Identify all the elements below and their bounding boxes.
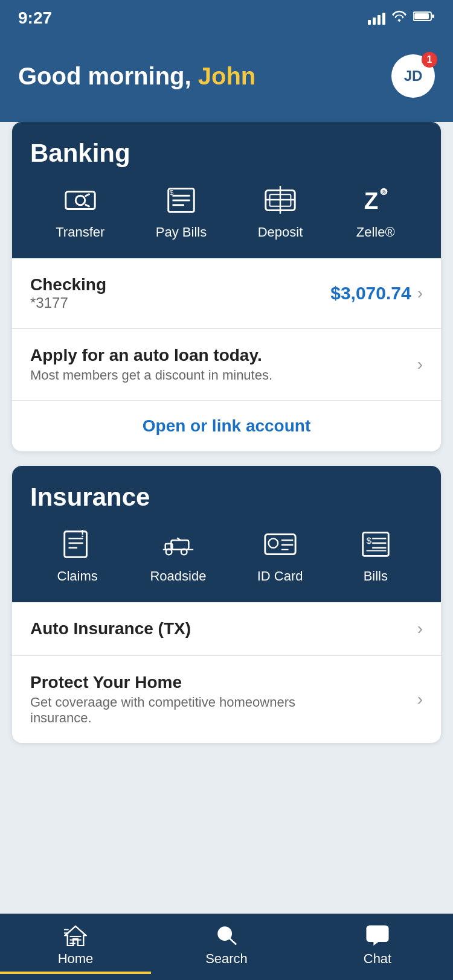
svg-text:Z: Z (364, 188, 378, 214)
insurance-actions: ! Claims (30, 526, 423, 584)
svg-point-4 (76, 196, 85, 205)
banking-title: Banking (30, 139, 423, 168)
account-number: *3177 (30, 294, 106, 311)
account-name: Checking (30, 275, 106, 294)
pay-bills-icon: $ (159, 182, 203, 218)
nav-chat[interactable]: Chat (302, 923, 453, 974)
svg-rect-22 (171, 540, 188, 549)
auto-insurance-name: Auto Insurance (TX) (30, 619, 191, 638)
chat-nav-icon (364, 923, 391, 947)
svg-line-45 (230, 938, 236, 944)
zelle-icon: Z ® (354, 182, 397, 218)
nav-search[interactable]: Search (151, 923, 302, 974)
promo-subtitle: Most members get a discount in minutes. (30, 368, 272, 383)
account-chevron: › (417, 284, 423, 303)
battery-icon (413, 10, 435, 26)
main-content: Banking Transfer (0, 122, 453, 836)
svg-rect-46 (367, 926, 388, 941)
roadside-icon (156, 526, 200, 562)
home-promo-chevron: › (417, 690, 423, 709)
svg-rect-1 (414, 13, 429, 19)
bottom-nav: Home Search Chat (0, 914, 453, 980)
zelle-action[interactable]: Z ® Zelle® (354, 182, 397, 240)
banking-card: Banking Transfer (12, 122, 441, 451)
notification-badge: 1 (422, 52, 437, 68)
transfer-icon (59, 182, 102, 218)
bills-action[interactable]: $ Bills (354, 526, 397, 584)
auto-insurance-row[interactable]: Auto Insurance (TX) › (12, 602, 441, 656)
nav-chat-label: Chat (364, 951, 391, 967)
status-time: 9:27 (18, 8, 52, 28)
zelle-label: Zelle® (356, 224, 395, 240)
deposit-label: Deposit (258, 224, 303, 240)
nav-home-label: Home (58, 951, 94, 967)
pay-bills-action[interactable]: $ Pay Bills (156, 182, 207, 240)
svg-text:!: ! (81, 529, 85, 539)
roadside-action[interactable]: Roadside (150, 526, 206, 584)
auto-insurance-chevron: › (417, 619, 423, 638)
bills-icon: $ (354, 526, 397, 562)
transfer-label: Transfer (56, 224, 104, 240)
id-card-icon (259, 526, 302, 562)
insurance-title: Insurance (30, 483, 423, 512)
svg-rect-3 (66, 192, 95, 209)
greeting: Good morning, John (18, 63, 255, 90)
link-account-text[interactable]: Open or link account (143, 416, 310, 435)
signal-icon (368, 11, 385, 25)
nav-search-label: Search (205, 951, 248, 967)
svg-rect-2 (432, 14, 434, 18)
insurance-card: Insurance ! Claims (12, 466, 441, 743)
status-icons (368, 10, 435, 27)
banking-header: Banking Transfer (12, 122, 441, 258)
home-promo-subtitle: Get coveraage with competitive homeowner… (30, 695, 302, 726)
status-bar: 9:27 (0, 0, 453, 36)
transfer-action[interactable]: Transfer (56, 182, 104, 240)
claims-icon: ! (56, 526, 99, 562)
header: Good morning, John JD 1 (0, 36, 453, 122)
svg-point-29 (268, 538, 277, 547)
greeting-prefix: Good morning, (18, 63, 198, 89)
svg-text:®: ® (381, 189, 385, 196)
claims-action[interactable]: ! Claims (56, 526, 99, 584)
banking-actions: Transfer $ Pay Bills (30, 182, 423, 240)
deposit-icon (259, 182, 302, 218)
promo-title: Apply for an auto loan today. (30, 346, 272, 365)
roadside-label: Roadside (150, 568, 206, 584)
checking-account-row[interactable]: Checking *3177 $3,070.74 › (12, 258, 441, 329)
bills-label: Bills (364, 568, 388, 584)
home-promo-title: Protect Your Home (30, 673, 302, 692)
open-link-account-row[interactable]: Open or link account (12, 401, 441, 451)
greeting-name: John (198, 63, 256, 89)
id-card-label: ID Card (257, 568, 303, 584)
promo-chevron: › (417, 355, 423, 374)
svg-text:$: $ (170, 188, 174, 196)
wifi-icon (391, 10, 407, 27)
home-nav-icon (62, 923, 89, 947)
avatar-container[interactable]: JD 1 (391, 54, 435, 98)
claims-label: Claims (57, 568, 98, 584)
bottom-nav-wrapper: Home Search Chat (0, 962, 453, 980)
auto-loan-promo[interactable]: Apply for an auto loan today. Most membe… (12, 329, 441, 401)
svg-point-44 (219, 928, 231, 940)
nav-home[interactable]: Home (0, 923, 151, 974)
insurance-header: Insurance ! Claims (12, 466, 441, 602)
id-card-action[interactable]: ID Card (257, 526, 303, 584)
home-insurance-promo[interactable]: Protect Your Home Get coveraage with com… (12, 656, 441, 743)
deposit-action[interactable]: Deposit (258, 182, 303, 240)
svg-text:$: $ (366, 535, 371, 546)
pay-bills-label: Pay Bills (156, 224, 207, 240)
search-nav-icon (213, 923, 240, 947)
account-balance: $3,070.74 (330, 283, 411, 304)
